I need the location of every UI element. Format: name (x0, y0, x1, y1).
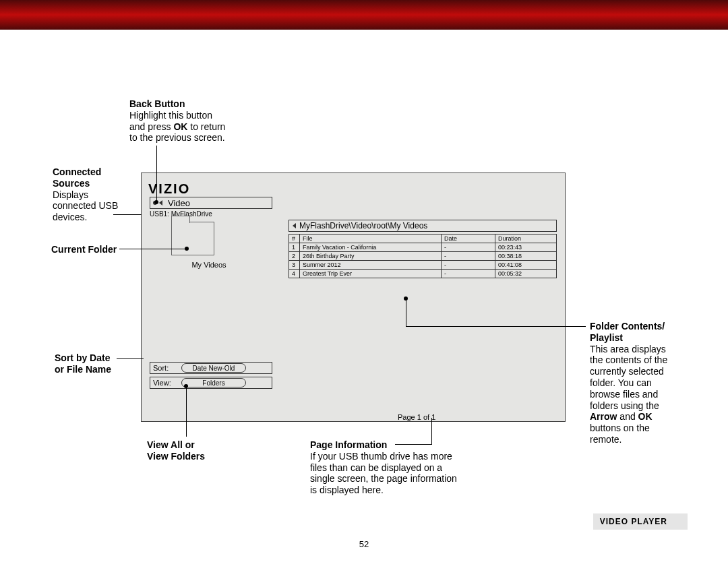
annot-sort: Sort by Date or File Name (55, 352, 111, 375)
view-row[interactable]: View: Folders (150, 377, 272, 389)
annot-back: Back Button Highlight this button and pr… (129, 98, 225, 144)
breadcrumb[interactable]: MyFlashDrive\Video\root\My Videos (289, 220, 557, 232)
sort-row[interactable]: Sort: Date New-Old (150, 362, 272, 374)
lead-line (113, 214, 142, 215)
col-file: File (300, 235, 442, 243)
table-header: # File Date Duration (289, 235, 557, 243)
sort-label: Sort: (150, 364, 173, 372)
lead-line (186, 385, 187, 437)
page-indicator: Page 1 of 1 (398, 413, 435, 421)
mode-label: Video (165, 198, 190, 208)
annot-contents: Folder Contents/ Playlist This area disp… (590, 321, 667, 445)
annot-current: Current Folder (51, 244, 117, 255)
header-bar (0, 0, 728, 30)
folder-name: My Videos (172, 261, 246, 269)
lead-line (406, 299, 406, 326)
annot-sources: Connected Sources Displays connected USB… (53, 166, 118, 223)
mode-selector[interactable]: Video (150, 197, 272, 209)
lead-line (119, 249, 187, 249)
lead-line (431, 418, 432, 445)
brand-logo: VIZIO (148, 181, 190, 197)
annot-viewall: View All or View Folders (147, 439, 205, 462)
lead-dot (154, 200, 158, 204)
folder-icon[interactable] (171, 222, 214, 255)
col-date: Date (442, 235, 495, 243)
file-table: # File Date Duration 1Family Vacation - … (289, 234, 557, 278)
col-num: # (289, 235, 300, 243)
sort-value[interactable]: Date New-Old (181, 363, 246, 373)
annot-back-title: Back Button (129, 98, 185, 109)
tv-panel: VIZIO Video USB1: MyFlashDrive My Videos… (141, 173, 566, 422)
table-row[interactable]: 1Family Vacation - California-00:23:43 (289, 243, 557, 252)
lead-dot (184, 384, 188, 388)
table-row[interactable]: 4Greatest Trip Ever-00:05:32 (289, 270, 557, 278)
back-arrow-icon (159, 200, 162, 206)
table-row[interactable]: 226th Birthday Party-00:38:18 (289, 252, 557, 261)
col-duration: Duration (495, 235, 557, 243)
view-value[interactable]: Folders (181, 378, 246, 387)
breadcrumb-path: MyFlashDrive\Video\root\My Videos (299, 221, 427, 230)
table-row[interactable]: 3Summer 2012-00:41:08 (289, 261, 557, 270)
chevron-left-icon (293, 223, 296, 228)
view-label: View: (150, 379, 173, 387)
caption-band: VIDEO PLAYER (593, 513, 688, 530)
lead-line (117, 358, 144, 359)
page-number: 52 (0, 539, 728, 549)
lead-line (406, 326, 586, 327)
lead-line (395, 444, 431, 445)
lead-dot (185, 247, 189, 251)
caption-text: VIDEO PLAYER (600, 517, 667, 526)
annot-pageinfo: Page Information If your USB thumb drive… (310, 439, 457, 496)
lead-line (156, 146, 157, 201)
